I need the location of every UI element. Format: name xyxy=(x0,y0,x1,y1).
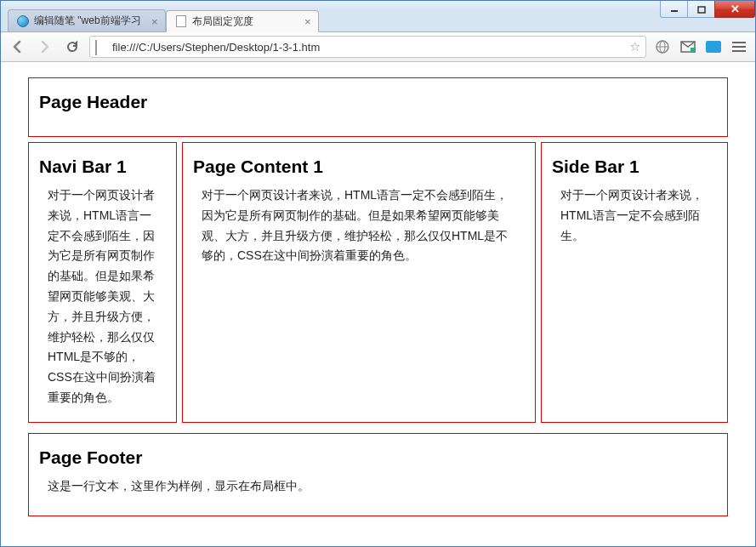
svg-rect-6 xyxy=(691,48,696,53)
close-icon: ✕ xyxy=(730,3,740,15)
tab-strip: 编辑随笔 "web前端学习 × 布局固定宽度 × xyxy=(1,9,755,31)
navi-bar-box: Navi Bar 1 对于一个网页设计者来说，HTML语言一定不会感到陌生，因为… xyxy=(28,142,177,423)
menu-button[interactable] xyxy=(730,37,748,56)
mail-icon[interactable] xyxy=(679,37,697,56)
reload-button[interactable] xyxy=(62,37,82,57)
navi-title: Navi Bar 1 xyxy=(39,157,162,177)
footer-title: Page Footer xyxy=(39,447,713,468)
columns-row: Navi Bar 1 对于一个网页设计者来说，HTML语言一定不会感到陌生，因为… xyxy=(28,142,728,428)
globe-icon[interactable] xyxy=(653,37,672,56)
close-window-button[interactable]: ✕ xyxy=(714,1,755,18)
content-text: 对于一个网页设计者来说，HTML语言一定不会感到陌生，因为它是所有网页制作的基础… xyxy=(193,185,521,266)
favicon-icon xyxy=(175,15,187,27)
browser-toolbar: ☆ xyxy=(1,31,755,62)
content-title: Page Content 1 xyxy=(193,157,521,177)
page-header-title: Page Header xyxy=(39,92,713,112)
back-button[interactable] xyxy=(8,37,28,57)
minimize-button[interactable] xyxy=(660,1,687,18)
tab-close-button[interactable]: × xyxy=(304,15,311,28)
browser-window: ✕ 编辑随笔 "web前端学习 × 布局固定宽度 × ☆ xyxy=(0,0,756,547)
favicon-icon xyxy=(17,15,29,27)
page-icon xyxy=(95,41,107,53)
svg-rect-1 xyxy=(698,7,705,13)
forward-button[interactable] xyxy=(35,37,55,57)
address-bar[interactable]: ☆ xyxy=(89,36,646,58)
url-input[interactable] xyxy=(112,41,624,54)
bookmark-star-icon[interactable]: ☆ xyxy=(629,39,640,54)
navi-text: 对于一个网页设计者来说，HTML语言一定不会感到陌生，因为它是所有网页制作的基础… xyxy=(39,185,162,408)
window-controls: ✕ xyxy=(660,1,755,18)
tab-title: 布局固定宽度 xyxy=(192,14,253,29)
browser-tab-active[interactable]: 布局固定宽度 × xyxy=(166,10,319,32)
reload-icon xyxy=(65,39,80,54)
extension-icon[interactable] xyxy=(704,37,723,56)
page-content-box: Page Content 1 对于一个网页设计者来说，HTML语言一定不会感到陌… xyxy=(182,142,536,423)
forward-icon xyxy=(37,39,53,54)
maximize-icon xyxy=(697,5,706,14)
back-icon xyxy=(10,39,26,54)
maximize-button[interactable] xyxy=(687,1,714,18)
page-viewport: Page Header Navi Bar 1 对于一个网页设计者来说，HTML语… xyxy=(1,62,755,546)
tab-close-button[interactable]: × xyxy=(151,14,158,27)
page-header-box: Page Header xyxy=(28,77,728,137)
minimize-icon xyxy=(670,5,679,14)
tab-title: 编辑随笔 "web前端学习 xyxy=(34,14,141,28)
hamburger-icon xyxy=(732,42,746,52)
side-bar-box: Side Bar 1 对于一个网页设计者来说，HTML语言一定不会感到陌生。 xyxy=(541,142,728,423)
sidebar-text: 对于一个网页设计者来说，HTML语言一定不会感到陌生。 xyxy=(552,185,713,246)
page-body: Page Header Navi Bar 1 对于一个网页设计者来说，HTML语… xyxy=(1,62,755,537)
sidebar-title: Side Bar 1 xyxy=(552,157,713,177)
browser-tab-inactive[interactable]: 编辑随笔 "web前端学习 × xyxy=(8,9,166,31)
footer-text: 这是一行文本，这里作为样例，显示在布局框中。 xyxy=(39,476,713,502)
page-footer-box: Page Footer 这是一行文本，这里作为样例，显示在布局框中。 xyxy=(28,433,728,516)
